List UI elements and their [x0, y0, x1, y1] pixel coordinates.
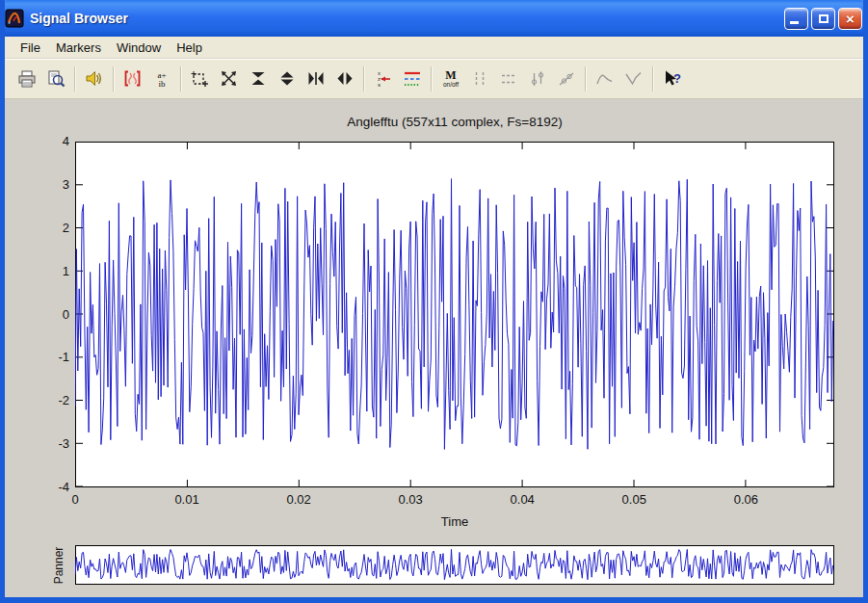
maximize-button[interactable] — [811, 8, 835, 30]
zoom-out-x-button[interactable] — [330, 65, 359, 93]
valley-markers-icon — [623, 68, 644, 90]
x-tick-label: 0 — [54, 492, 96, 507]
toolbar-separator — [180, 66, 182, 92]
toolbar-separator — [652, 66, 654, 92]
y-tick-label: 4 — [42, 134, 69, 148]
markers-on-off-icon: Mon/off — [440, 68, 461, 90]
toolbar: a+ibxzsMon/off? — [5, 59, 863, 99]
app-icon — [5, 9, 24, 28]
x-tick-label: 0.03 — [389, 492, 432, 507]
play-sound-button[interactable] — [80, 65, 109, 93]
menubar: FileMarkersWindowHelp — [5, 37, 863, 59]
zoom-in-y-button[interactable] — [244, 65, 273, 93]
zoom-in-x-icon — [305, 68, 327, 90]
panner-plot-svg[interactable] — [75, 545, 834, 585]
toolbar-separator — [585, 66, 587, 92]
toolbar-separator — [431, 66, 433, 92]
x-tick-label: 0.04 — [501, 492, 543, 507]
y-tick-label: 0 — [42, 307, 69, 322]
close-icon: × — [846, 12, 855, 26]
titlebar[interactable]: Signal Browser × — [0, 0, 868, 37]
zoom-out-y-icon — [276, 68, 298, 90]
whats-this-help-button[interactable]: ? — [658, 65, 687, 93]
full-view-button[interactable] — [215, 65, 244, 93]
zoom-out-y-button[interactable] — [273, 65, 302, 93]
select-trace-icon: xzs — [373, 68, 394, 90]
print-preview-icon — [45, 68, 66, 90]
slope-markers-button — [552, 65, 581, 93]
toolbar-separator — [74, 66, 76, 92]
markers-on-off-button[interactable]: Mon/off — [436, 65, 465, 93]
complex-display-button[interactable]: a+ib — [147, 65, 176, 93]
select-trace-button[interactable]: xzs — [369, 65, 398, 93]
full-view-icon — [219, 68, 240, 90]
svg-text:on/off: on/off — [443, 81, 459, 88]
x-tick-label: 0.06 — [724, 492, 767, 507]
zoom-in-x-button[interactable] — [302, 65, 330, 93]
figure-area: Anglefftu (557x11 complex, Fs=8192) Time… — [5, 99, 863, 597]
slope-markers-icon — [556, 68, 577, 90]
svg-text:s: s — [378, 82, 381, 88]
print-preview-button[interactable] — [41, 65, 70, 93]
x-tick-label: 0.02 — [277, 492, 320, 507]
maximize-icon — [819, 14, 829, 23]
minimize-button[interactable] — [784, 8, 808, 30]
x-axis-label: Time — [75, 514, 834, 529]
menu-item-window[interactable]: Window — [109, 39, 169, 57]
toolbar-separator — [113, 66, 115, 92]
y-tick-label: -3 — [42, 436, 69, 451]
y-tick-label: 2 — [42, 221, 69, 235]
horizontal-markers-button — [494, 65, 523, 93]
zoom-out-x-icon — [334, 68, 355, 90]
line-properties-icon — [402, 68, 423, 90]
y-tick-label: -1 — [42, 350, 69, 364]
main-plot-svg[interactable] — [75, 142, 834, 487]
signal-browser-window: Signal Browser × FileMarkersWindowHelp a… — [0, 0, 868, 603]
vertical-markers-button — [465, 65, 494, 93]
real-part-display-button[interactable] — [118, 65, 147, 93]
svg-text:?: ? — [673, 71, 681, 86]
print-button[interactable] — [13, 65, 41, 93]
horizontal-markers-icon — [498, 68, 519, 90]
y-tick-label: -2 — [42, 393, 69, 407]
line-properties-button[interactable] — [398, 65, 427, 93]
toolbar-separator — [363, 66, 365, 92]
peak-markers-icon — [594, 68, 616, 90]
menu-item-file[interactable]: File — [13, 39, 48, 57]
valley-markers-button — [619, 65, 648, 93]
track-markers-button — [523, 65, 552, 93]
x-tick-label: 0.05 — [613, 492, 655, 507]
zoom-in-y-icon — [248, 68, 269, 90]
menu-item-markers[interactable]: Markers — [48, 39, 109, 57]
x-tick-label: 0.01 — [166, 492, 208, 507]
mouse-zoom-button[interactable] — [186, 65, 215, 93]
real-part-display-icon — [122, 68, 144, 90]
close-button[interactable]: × — [838, 8, 862, 30]
whats-this-help-icon: ? — [662, 68, 683, 90]
print-icon — [16, 68, 38, 90]
menu-item-help[interactable]: Help — [169, 39, 210, 57]
track-markers-icon — [527, 68, 548, 90]
svg-text:ib: ib — [158, 79, 166, 89]
vertical-markers-icon — [469, 68, 490, 90]
peak-markers-button — [591, 65, 619, 93]
mouse-zoom-icon — [190, 68, 211, 90]
complex-display-icon: a+ib — [151, 68, 172, 90]
panner-label: Panner — [39, 546, 78, 585]
play-sound-icon — [84, 68, 105, 90]
plot-title: Anglefftu (557x11 complex, Fs=8192) — [75, 115, 834, 129]
y-tick-label: 3 — [42, 177, 69, 192]
window-title: Signal Browser — [30, 11, 781, 26]
y-tick-label: 1 — [42, 264, 69, 278]
minimize-icon — [790, 21, 799, 24]
